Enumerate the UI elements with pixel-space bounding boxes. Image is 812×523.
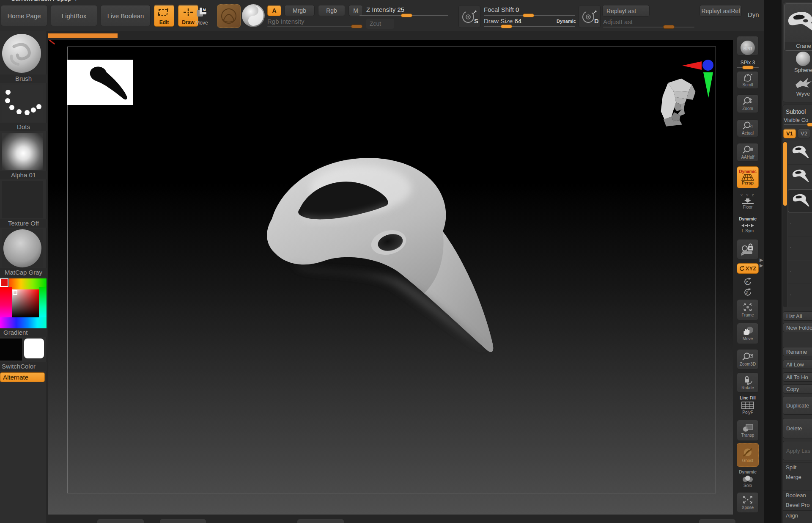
current-brush-thumbnail[interactable] bbox=[217, 4, 241, 28]
adjust-last-slider-handle[interactable] bbox=[663, 25, 675, 29]
bottom-clipped-button-3[interactable] bbox=[297, 519, 344, 523]
tab-v1[interactable]: V1 bbox=[783, 129, 796, 138]
zoom-button[interactable]: Zoom bbox=[737, 94, 759, 113]
bevel-pro-row[interactable]: Bevel Pro bbox=[783, 500, 812, 510]
actual-button[interactable]: x1 Actual bbox=[737, 119, 759, 137]
sculpt-bird-skull[interactable] bbox=[48, 40, 733, 515]
document-canvas[interactable] bbox=[48, 40, 733, 515]
brush-picker-thumbnail[interactable] bbox=[2, 34, 43, 74]
rotate-z-button[interactable]: Z bbox=[740, 288, 755, 298]
move-canvas-button[interactable]: Move bbox=[737, 323, 759, 344]
axis-gizmo[interactable] bbox=[681, 58, 721, 100]
subtool-empty-row-1[interactable] bbox=[788, 213, 812, 237]
replay-last-rel-button[interactable]: ReplayLastRel bbox=[700, 5, 742, 17]
texture-picker-thumbnail[interactable] bbox=[2, 181, 43, 218]
divider-arrow-handles[interactable]: ▶▶ bbox=[760, 257, 763, 268]
rotate-y-button[interactable]: Y bbox=[740, 277, 755, 287]
subtool-item-3-selected[interactable] bbox=[788, 189, 812, 212]
frame-button[interactable]: Frame bbox=[737, 299, 759, 320]
draw-size-slider-track[interactable] bbox=[484, 26, 575, 27]
solo-button[interactable]: Solo bbox=[737, 475, 759, 488]
bottom-clipped-button-1[interactable] bbox=[97, 519, 144, 523]
subtool-title[interactable]: Subtool bbox=[786, 108, 806, 115]
zoom3d-button[interactable]: Zoom3D bbox=[737, 349, 759, 369]
home-page-button[interactable]: Home Page bbox=[1, 5, 47, 26]
focal-shift-slider-handle[interactable] bbox=[523, 14, 534, 17]
floor-axes-label[interactable]: X Y Z bbox=[737, 193, 759, 197]
scroll-button[interactable]: Scroll bbox=[737, 71, 759, 89]
merge-row[interactable]: Merge bbox=[783, 472, 812, 482]
tool-item-sphere[interactable]: Sphere bbox=[784, 52, 812, 75]
rename-button[interactable]: Rename bbox=[783, 347, 812, 356]
brush-size-s-icon[interactable]: S bbox=[458, 5, 480, 28]
alternate-button[interactable]: Alternate bbox=[0, 372, 45, 382]
live-boolean-button[interactable]: Live Boolean bbox=[101, 5, 151, 26]
color-picker-hue-bottom[interactable] bbox=[0, 317, 47, 328]
channel-a-button[interactable]: A bbox=[267, 5, 281, 16]
alpha-picker-thumbnail[interactable] bbox=[2, 133, 43, 170]
color-picker[interactable] bbox=[0, 278, 47, 328]
subtool-item-1[interactable]: P bbox=[788, 141, 812, 165]
move-button[interactable]: M Move bbox=[192, 7, 211, 25]
polyframe-button[interactable]: PolyF bbox=[737, 400, 759, 416]
rgb-button[interactable]: Rgb bbox=[318, 5, 345, 16]
lsym-button[interactable]: L.Sym bbox=[737, 222, 759, 234]
tool-item-crane[interactable]: Crane bbox=[784, 3, 812, 51]
rgb-intensity-slider-track[interactable] bbox=[267, 26, 361, 27]
transp-button[interactable]: Transp bbox=[737, 420, 759, 441]
switch-color-button[interactable]: SwitchColor bbox=[0, 362, 47, 371]
gradient-label[interactable]: Gradient bbox=[0, 328, 47, 337]
bpr-button[interactable]: BPR bbox=[737, 36, 759, 55]
subtool-item-2[interactable] bbox=[788, 165, 812, 188]
subtool-empty-row-4[interactable] bbox=[788, 284, 812, 307]
spix-slider-handle[interactable] bbox=[742, 66, 754, 69]
tool-item-wyvern[interactable]: Wyve bbox=[784, 77, 812, 100]
brush-size-d-icon[interactable]: D bbox=[579, 5, 601, 28]
all-low-button[interactable]: All Low bbox=[783, 360, 812, 369]
current-material-sphere[interactable] bbox=[242, 4, 265, 27]
camera-lock-button[interactable] bbox=[737, 239, 759, 259]
subtool-scrollbar-thumb[interactable] bbox=[783, 142, 787, 206]
color-picker-hue-left[interactable] bbox=[0, 287, 12, 320]
adjust-last-slider-track[interactable] bbox=[603, 27, 694, 28]
color-picker-cursor[interactable] bbox=[13, 290, 17, 295]
zcut-button[interactable]: Zcut bbox=[366, 19, 394, 29]
aahalf-button[interactable]: AAHalf bbox=[737, 143, 759, 162]
duplicate-button[interactable]: Duplicate bbox=[783, 396, 812, 415]
xpose-button[interactable]: Xpose bbox=[737, 492, 759, 513]
subtool-empty-row-3[interactable] bbox=[788, 261, 812, 284]
rotate-xyz-button[interactable]: XYZ bbox=[737, 263, 759, 274]
edit-button[interactable]: Edit bbox=[154, 5, 174, 27]
subtool-empty-row-2[interactable] bbox=[788, 237, 812, 260]
new-folder-button[interactable]: New Folde bbox=[783, 323, 812, 332]
material-picker-thumbnail[interactable] bbox=[2, 229, 43, 267]
bottom-clipped-button-4[interactable] bbox=[699, 519, 736, 523]
lightbox-button[interactable]: LightBox bbox=[51, 5, 97, 26]
copy-button[interactable]: Copy bbox=[783, 384, 812, 394]
list-all-button[interactable]: List All bbox=[783, 311, 812, 321]
bottom-clipped-button-2[interactable] bbox=[159, 519, 206, 523]
stroke-picker-thumbnail[interactable] bbox=[2, 85, 43, 122]
m-button[interactable]: M bbox=[348, 5, 363, 16]
persp-button[interactable]: Dynamic Persp bbox=[737, 166, 759, 188]
rgb-intensity-slider-handle[interactable] bbox=[351, 25, 362, 28]
mrgb-button[interactable]: Mrgb bbox=[284, 5, 315, 16]
current-color-swatch[interactable] bbox=[0, 278, 8, 287]
apply-last-button[interactable]: Apply Las bbox=[783, 441, 812, 460]
dyn-clipped-button[interactable]: Dyn bbox=[748, 11, 759, 18]
all-to-home-button[interactable]: All To Ho bbox=[783, 372, 812, 382]
secondary-color-swatch[interactable] bbox=[24, 339, 44, 358]
tab-v2[interactable]: V2 bbox=[798, 129, 810, 138]
delete-button[interactable]: Delete bbox=[783, 418, 812, 438]
main-color-swatch[interactable] bbox=[0, 339, 22, 361]
color-picker-hue-right[interactable] bbox=[39, 287, 47, 320]
ghost-button[interactable]: Ghost bbox=[737, 443, 759, 467]
floor-button[interactable]: Floor bbox=[737, 198, 759, 210]
draw-size-slider-handle[interactable] bbox=[501, 25, 512, 28]
boolean-row[interactable]: Boolean bbox=[783, 490, 812, 500]
z-intensity-slider-handle[interactable] bbox=[401, 14, 412, 17]
draw-size-dynamic-label[interactable]: Dynamic bbox=[557, 19, 576, 24]
rotate-canvas-button[interactable]: Rotate bbox=[737, 372, 759, 393]
replay-last-button[interactable]: ReplayLast bbox=[602, 5, 650, 17]
split-row[interactable]: Split bbox=[783, 462, 812, 472]
